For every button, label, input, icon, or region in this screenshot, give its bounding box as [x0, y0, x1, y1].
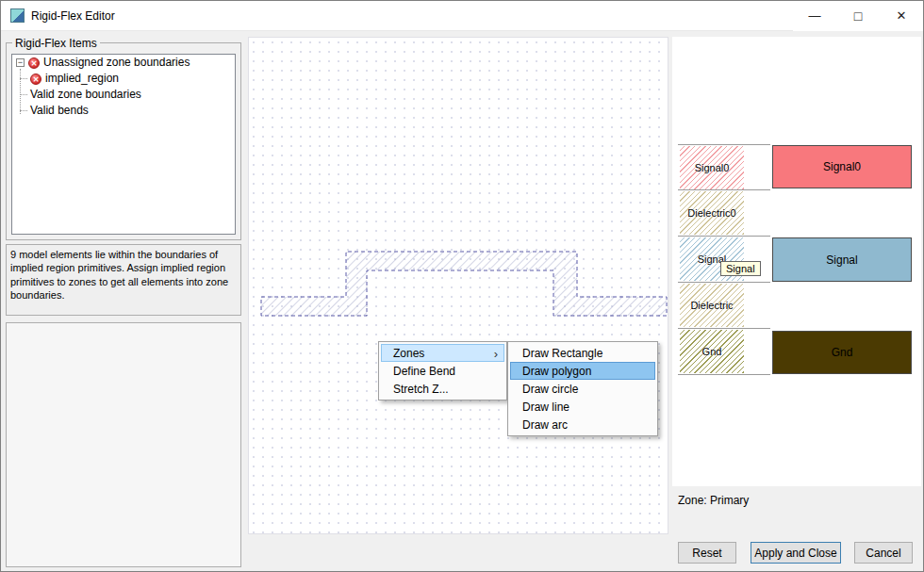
zones-submenu: Draw Rectangle Draw polygon Draw circle …	[507, 341, 658, 436]
tree-branch-line	[20, 78, 27, 79]
context-menu: Zones › Define Bend Stretch Z...	[378, 341, 507, 400]
tree-item-valid-zone-boundaries[interactable]: Valid zone boundaries	[12, 87, 235, 103]
menu-item-label: Draw polygon	[522, 365, 591, 378]
menu-item-draw-circle[interactable]: Draw circle	[510, 380, 655, 398]
tree-item-valid-bends[interactable]: Valid bends	[12, 103, 235, 119]
group-title: Rigid-Flex Items	[12, 37, 100, 50]
implied-region-shape[interactable]	[261, 252, 667, 316]
stackup-layer-dielectric[interactable]: Dielectric	[678, 283, 770, 329]
layer-box-label: Signal	[826, 253, 857, 267]
app-icon	[10, 8, 25, 23]
menu-item-label: Draw arc	[522, 418, 568, 432]
tree-item-unassigned-zone-boundaries[interactable]: − ✕ Unassigned zone boundaries	[12, 55, 235, 71]
titlebar: Rigid-Flex Editor — □ ✕	[1, 1, 923, 31]
layout-canvas[interactable]	[248, 37, 668, 534]
tree-item-implied-region[interactable]: ✕ implied_region	[12, 71, 235, 87]
submenu-arrow-icon: ›	[494, 345, 498, 363]
zone-boundary-graphic	[249, 38, 669, 535]
detail-panel	[6, 322, 241, 567]
layer-box-gnd[interactable]: Gnd	[772, 331, 912, 374]
stackup-layer-dielectric0[interactable]: Dielectric0	[678, 190, 770, 237]
menu-item-label: Draw Rectangle	[522, 347, 602, 360]
menu-item-label: Draw line	[522, 400, 569, 414]
layer-box-label: Signal0	[823, 160, 861, 173]
menu-item-label: Zones	[393, 347, 424, 360]
menu-item-define-bend[interactable]: Define Bend	[381, 362, 504, 380]
menu-item-label: Define Bend	[393, 365, 455, 378]
menu-item-zones[interactable]: Zones ›	[381, 344, 504, 362]
menu-item-draw-line[interactable]: Draw line	[510, 398, 655, 416]
menu-item-stretch-z[interactable]: Stretch Z...	[381, 380, 504, 398]
stackup-layer-gnd[interactable]: Gnd	[678, 329, 770, 375]
tree-item-label: Unassigned zone boundaries	[43, 55, 190, 71]
layer-box-signal[interactable]: Signal	[772, 237, 912, 282]
tree-branch-line	[20, 94, 27, 95]
layer-tooltip: Signal	[720, 261, 761, 276]
menu-item-draw-polygon[interactable]: Draw polygon	[510, 362, 655, 380]
menu-item-draw-arc[interactable]: Draw arc	[510, 416, 655, 433]
tree-item-label: Valid zone boundaries	[30, 87, 141, 103]
reset-button[interactable]: Reset	[678, 542, 736, 564]
stackup-layer-signal0[interactable]: Signal0	[678, 144, 770, 190]
layer-label: Dielectric0	[680, 190, 744, 236]
layer-label: Signal0	[680, 145, 744, 189]
collapse-icon[interactable]: −	[16, 58, 25, 67]
rigid-flex-items-tree[interactable]: − ✕ Unassigned zone boundaries ✕ implied…	[11, 54, 236, 235]
menu-item-label: Draw circle	[522, 383, 578, 396]
layer-label: Dielectric	[680, 283, 744, 328]
minimize-button[interactable]: —	[793, 1, 836, 31]
layer-box-label: Gnd	[832, 346, 853, 359]
menu-item-label: Stretch Z...	[393, 383, 449, 396]
maximize-button[interactable]: □	[836, 1, 880, 31]
menu-item-draw-rectangle[interactable]: Draw Rectangle	[510, 344, 655, 362]
tree-branch-line	[20, 110, 27, 111]
apply-and-close-button[interactable]: Apply and Close	[751, 542, 841, 564]
window-title: Rigid-Flex Editor	[31, 9, 115, 23]
error-icon: ✕	[30, 74, 41, 85]
close-button[interactable]: ✕	[880, 1, 923, 31]
validation-message: 9 model elements lie within the boundari…	[6, 244, 241, 316]
tree-item-label: Valid bends	[30, 103, 89, 119]
rigid-flex-editor-window: Rigid-Flex Editor — □ ✕ Rigid-Flex Items…	[0, 0, 924, 572]
error-icon: ✕	[28, 57, 40, 69]
zone-label: Zone: Primary	[678, 494, 749, 507]
tree-item-label: implied_region	[45, 71, 119, 87]
layer-label: Gnd	[680, 329, 744, 374]
cancel-button[interactable]: Cancel	[854, 542, 913, 564]
layer-box-signal0[interactable]: Signal0	[772, 145, 912, 188]
